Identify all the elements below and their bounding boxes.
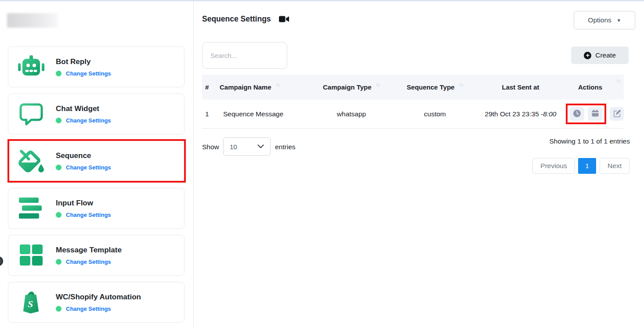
- card-title: Bot Reply: [56, 57, 111, 66]
- entries-label: entries: [275, 143, 296, 151]
- create-button[interactable]: + Create: [571, 47, 629, 64]
- current-page-button[interactable]: 1: [578, 158, 596, 174]
- change-settings-link[interactable]: Change Settings: [66, 305, 111, 312]
- edit-button[interactable]: [610, 107, 624, 121]
- change-settings-link[interactable]: Change Settings: [66, 70, 111, 77]
- change-settings-link[interactable]: Change Settings: [66, 117, 111, 124]
- clock-icon: [573, 110, 581, 119]
- grid-icon: [18, 243, 44, 268]
- change-settings-link[interactable]: Change Settings: [66, 164, 111, 171]
- sidebar-card-chat-widget[interactable]: Chat Widget Change Settings: [8, 93, 185, 134]
- card-title: Input Flow: [56, 199, 111, 208]
- status-dot: [56, 71, 62, 76]
- search-input[interactable]: [202, 42, 287, 69]
- entries-summary: Showing 1 to 1 of 1 entries: [549, 137, 630, 145]
- page-size-select[interactable]: 10: [223, 137, 271, 156]
- options-button[interactable]: Options ▼: [574, 11, 635, 29]
- app-window: Bot Reply Change Settings Chat Widget Ch…: [0, 0, 644, 327]
- pagination: Previous 1 Next: [532, 158, 630, 174]
- options-button-label: Options: [588, 16, 611, 24]
- status-dot: [56, 212, 62, 218]
- table-row: 1 Sequence Message whatsapp custom 29th …: [202, 100, 624, 129]
- sort-icon[interactable]: ↑↓: [616, 78, 621, 83]
- status-dot: [56, 118, 62, 123]
- card-title: Chat Widget: [56, 104, 111, 113]
- cell-campaign-name: Sequence Message: [220, 110, 310, 118]
- cell-index: 1: [202, 110, 220, 118]
- schedule-date-button[interactable]: [588, 107, 603, 121]
- sidebar-card-message-template[interactable]: Message Template Change Settings: [8, 235, 185, 276]
- sidebar-card-wc-shopify[interactable]: S WC/Shopify Automation Change Settings: [8, 282, 185, 323]
- cell-sequence-type: custom: [393, 110, 477, 118]
- video-camera-icon[interactable]: [279, 15, 289, 23]
- create-button-label: Create: [595, 51, 616, 59]
- change-settings-link[interactable]: Change Settings: [66, 259, 111, 265]
- card-title: Message Template: [56, 246, 122, 255]
- card-title: WC/Shopify Automation: [56, 293, 141, 302]
- blurred-logo: [7, 13, 58, 28]
- window-top-border: [0, 0, 644, 1]
- timezone-offset: -8:00: [541, 110, 556, 118]
- change-settings-link[interactable]: Change Settings: [66, 212, 111, 218]
- svg-text:S: S: [28, 298, 33, 309]
- status-dot: [56, 165, 62, 170]
- plus-circle-icon: +: [584, 52, 591, 59]
- input-flow-icon: [18, 196, 44, 221]
- column-header-last-sent-at: Last Sent at: [477, 83, 564, 91]
- chevron-down-icon: [257, 144, 264, 149]
- schedule-time-button[interactable]: [569, 107, 584, 121]
- page-title: Sequence Settings: [202, 14, 289, 24]
- column-header-actions[interactable]: Actions↑↓: [564, 83, 624, 91]
- column-header-sequence-type[interactable]: Sequence Type↑↓: [393, 83, 477, 91]
- cell-campaign-type: whatsapp: [310, 110, 393, 118]
- page-size-value: 10: [230, 143, 237, 151]
- calendar-icon: [592, 110, 599, 118]
- page-title-text: Sequence Settings: [202, 14, 271, 24]
- chat-widget-icon: [18, 102, 44, 126]
- column-header-index: #: [202, 83, 220, 91]
- previous-page-button[interactable]: Previous: [532, 158, 575, 174]
- card-title: Sequence: [56, 151, 111, 160]
- sort-icon[interactable]: ↑↓: [276, 82, 280, 87]
- sort-icon[interactable]: ↑↓: [459, 82, 463, 87]
- sidebar-card-bot-reply[interactable]: Bot Reply Change Settings: [8, 47, 185, 87]
- table-header-row: # Campaign Name↑↓ Campaign Type↑↓ Sequen…: [202, 75, 624, 100]
- cell-last-sent-at: 29th Oct 23 23:35 -8:00: [477, 110, 564, 118]
- shopify-bag-icon: S: [18, 290, 44, 315]
- sidebar-card-input-flow[interactable]: Input Flow Change Settings: [8, 188, 185, 229]
- column-header-campaign-type[interactable]: Campaign Type↑↓: [310, 83, 393, 91]
- edit-pencil-icon: [613, 110, 621, 119]
- status-dot: [56, 306, 62, 312]
- column-header-campaign-name[interactable]: Campaign Name↑↓: [220, 83, 310, 91]
- sidebar-divider: [193, 1, 194, 327]
- status-dot: [56, 259, 62, 265]
- robot-icon: [18, 55, 44, 79]
- caret-down-icon: ▼: [617, 18, 621, 23]
- sort-icon[interactable]: ↑↓: [376, 82, 380, 87]
- sidebar-card-sequence[interactable]: Sequence Change Settings: [8, 140, 185, 181]
- show-label: Show: [202, 143, 219, 151]
- next-page-button[interactable]: Next: [600, 158, 630, 174]
- red-highlight-box-actions: [566, 104, 606, 124]
- floating-widget-sliver[interactable]: [0, 256, 3, 266]
- paint-bucket-icon: [18, 149, 44, 173]
- cell-actions: [564, 104, 624, 124]
